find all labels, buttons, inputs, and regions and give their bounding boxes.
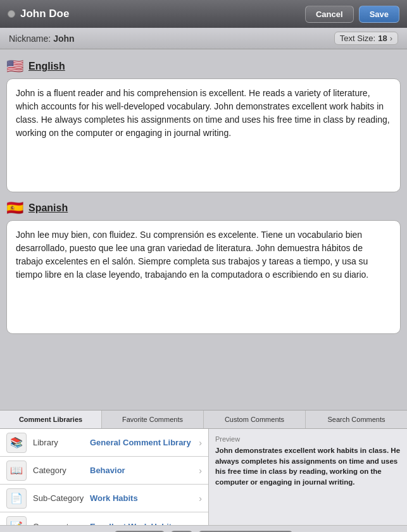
library-icon: 📚 xyxy=(6,433,27,453)
library-row-library[interactable]: 📚 Library General Comment Library › xyxy=(0,429,208,457)
subcategory-icon: 📄 xyxy=(6,488,27,509)
header: John Doe Cancel Save xyxy=(0,0,407,28)
library-panel: 📚 Library General Comment Library › 📖 Ca… xyxy=(0,429,209,525)
english-section-title: English xyxy=(28,61,65,72)
subheader: Nickname: John Text Size: 18 › xyxy=(0,28,407,49)
nickname-label: Nickname: xyxy=(9,34,51,44)
library-key-subcategory: Sub-Category xyxy=(33,493,90,503)
tab-favorite-comments[interactable]: Favorite Comments xyxy=(102,411,204,428)
action-row: Apply ⊞ Save as Custom xyxy=(0,525,407,532)
spanish-comment-box[interactable]: John lee muy bien, con fluidez. Su compr… xyxy=(6,220,401,334)
library-chevron-subcategory-icon: › xyxy=(199,493,202,504)
english-comment-text: John is a fluent reader and his comprehe… xyxy=(16,88,390,138)
library-key-library: Library xyxy=(33,438,90,447)
page-title: John Doe xyxy=(20,8,69,20)
text-size-control[interactable]: Text Size: 18 › xyxy=(334,32,398,45)
spanish-flag-icon: 🇪🇸 xyxy=(6,200,23,216)
text-size-value: 18 xyxy=(378,34,387,43)
nickname-row: Nickname: John xyxy=(9,34,75,44)
category-icon: 📖 xyxy=(6,461,27,481)
comment-icon: 📝 xyxy=(6,516,27,525)
bottom-content: 📚 Library General Comment Library › 📖 Ca… xyxy=(0,429,407,525)
main-content: 🇺🇸 English John is a fluent reader and h… xyxy=(0,49,407,410)
header-title-group: John Doe xyxy=(8,8,305,20)
header-buttons: Cancel Save xyxy=(305,6,399,23)
save-button[interactable]: Save xyxy=(359,6,399,23)
spanish-section-header: 🇪🇸 Spanish xyxy=(6,200,401,216)
library-chevron-category-icon: › xyxy=(199,466,202,476)
preview-text: John demonstrates excellent work habits … xyxy=(215,445,401,519)
tab-comment-libraries[interactable]: Comment Libraries xyxy=(0,411,102,428)
library-chevron-library-icon: › xyxy=(199,438,202,448)
tabs-row: Comment Libraries Favorite Comments Cust… xyxy=(0,411,407,429)
preview-label: Preview xyxy=(215,435,401,443)
cancel-button[interactable]: Cancel xyxy=(305,6,354,23)
text-size-chevron-icon: › xyxy=(390,34,392,43)
library-row-comment[interactable]: 📝 Comment Excellent Work Habits › xyxy=(0,512,208,525)
library-value-library: General Comment Library xyxy=(90,438,199,447)
library-key-category: Category xyxy=(33,466,90,475)
library-row-category[interactable]: 📖 Category Behavior › xyxy=(0,457,208,485)
header-dot-icon xyxy=(8,10,15,18)
tab-custom-comments[interactable]: Custom Comments xyxy=(204,411,306,428)
spanish-comment-text: John lee muy bien, con fluidez. Su compr… xyxy=(16,230,368,280)
library-value-category: Behavior xyxy=(90,466,199,475)
english-comment-box[interactable]: John is a fluent reader and his comprehe… xyxy=(6,78,401,192)
english-flag-icon: 🇺🇸 xyxy=(6,58,23,75)
text-size-label: Text Size: xyxy=(340,34,375,43)
bottom-panel: Comment Libraries Favorite Comments Cust… xyxy=(0,410,407,532)
library-row-subcategory[interactable]: 📄 Sub-Category Work Habits › xyxy=(0,485,208,512)
spanish-section-title: Spanish xyxy=(28,202,68,214)
nickname-value: John xyxy=(53,34,74,44)
library-value-subcategory: Work Habits xyxy=(90,493,199,503)
preview-panel: Preview John demonstrates excellent work… xyxy=(209,429,407,525)
english-section-header: 🇺🇸 English xyxy=(6,58,401,75)
tab-search-comments[interactable]: Search Comments xyxy=(306,411,407,428)
